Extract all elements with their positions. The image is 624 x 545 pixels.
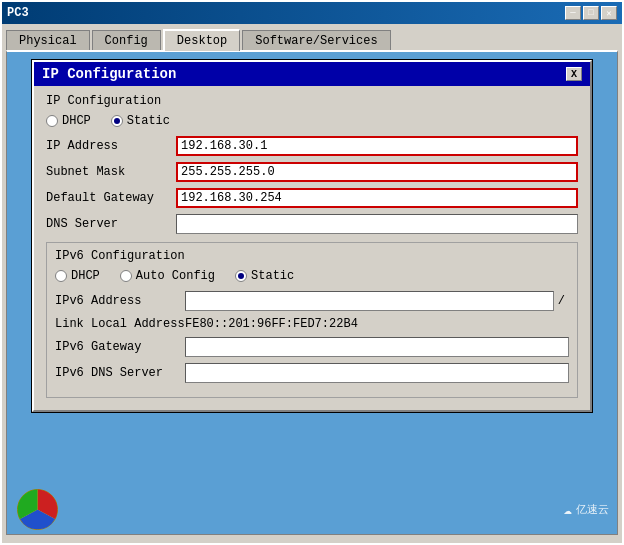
ipv6-static-radio-circle: [235, 270, 247, 282]
ipv6-section-label: IPv6 Configuration: [55, 249, 569, 263]
ip-config-section-label: IP Configuration: [46, 94, 578, 108]
ip-address-row: IP Address: [46, 136, 578, 156]
minimize-button[interactable]: ─: [565, 6, 581, 20]
ipv6-address-label: IPv6 Address: [55, 294, 185, 308]
ipv6-dns-input[interactable]: [185, 363, 569, 383]
subnet-mask-row: Subnet Mask: [46, 162, 578, 182]
ipv6-mode-row: DHCP Auto Config Static: [55, 269, 569, 283]
ipv6-gateway-label: IPv6 Gateway: [55, 340, 185, 354]
dns-server-input[interactable]: [176, 214, 578, 234]
ipv6-address-input[interactable]: [185, 291, 554, 311]
main-window: PC3 ─ □ ✕ Physical Config Desktop Softwa…: [0, 0, 624, 545]
ipv6-address-row: IPv6 Address /: [55, 291, 569, 311]
ipv6-dhcp-radio-circle: [55, 270, 67, 282]
dns-server-label: DNS Server: [46, 217, 176, 231]
close-button[interactable]: ✕: [601, 6, 617, 20]
window-controls: ─ □ ✕: [565, 6, 617, 20]
content-area: IP Configuration X IP Configuration DHCP…: [6, 50, 618, 535]
tab-software-services[interactable]: Software/Services: [242, 30, 390, 52]
brand-icon: ☁: [564, 501, 572, 518]
brand-text: 亿速云: [576, 502, 609, 517]
static-radio[interactable]: Static: [111, 114, 170, 128]
dialog-close-button[interactable]: X: [566, 67, 582, 81]
static-radio-circle: [111, 115, 123, 127]
subnet-mask-label: Subnet Mask: [46, 165, 176, 179]
brand-logo: ☁ 亿速云: [564, 501, 609, 518]
ip-address-label: IP Address: [46, 139, 176, 153]
bottom-bar: ☁ 亿速云: [7, 484, 617, 534]
ipv6-section: IPv6 Configuration DHCP Auto Config: [46, 242, 578, 398]
tab-desktop[interactable]: Desktop: [163, 29, 240, 51]
tab-config[interactable]: Config: [92, 30, 161, 52]
link-local-label: Link Local Address: [55, 317, 185, 331]
ipv6-gateway-row: IPv6 Gateway: [55, 337, 569, 357]
static-label: Static: [127, 114, 170, 128]
ipv6-slash: /: [554, 294, 569, 308]
default-gateway-label: Default Gateway: [46, 191, 176, 205]
maximize-button[interactable]: □: [583, 6, 599, 20]
dialog-title-bar: IP Configuration X: [34, 62, 590, 86]
pie-chart: [15, 487, 60, 532]
ipv6-static-radio[interactable]: Static: [235, 269, 294, 283]
link-local-value: FE80::201:96FF:FED7:22B4: [185, 317, 569, 331]
ipv6-dns-label: IPv6 DNS Server: [55, 366, 185, 380]
ipv6-auto-label: Auto Config: [136, 269, 215, 283]
dhcp-radio-circle: [46, 115, 58, 127]
title-bar: PC3 ─ □ ✕: [2, 2, 622, 24]
dns-server-row: DNS Server: [46, 214, 578, 234]
subnet-mask-input[interactable]: [176, 162, 578, 182]
dialog-body: IP Configuration DHCP Static IP Address: [34, 86, 590, 410]
ipv6-dns-row: IPv6 DNS Server: [55, 363, 569, 383]
window-title: PC3: [7, 6, 29, 20]
ip-mode-row: DHCP Static: [46, 114, 578, 128]
dhcp-label: DHCP: [62, 114, 91, 128]
dhcp-radio[interactable]: DHCP: [46, 114, 91, 128]
tab-bar: Physical Config Desktop Software/Service…: [2, 24, 622, 50]
ipv6-auto-radio-circle: [120, 270, 132, 282]
link-local-row: Link Local Address FE80::201:96FF:FED7:2…: [55, 317, 569, 331]
tab-physical[interactable]: Physical: [6, 30, 90, 52]
ipv6-gateway-input[interactable]: [185, 337, 569, 357]
ip-config-dialog: IP Configuration X IP Configuration DHCP…: [32, 60, 592, 412]
dialog-title: IP Configuration: [42, 66, 176, 82]
ipv6-dhcp-label: DHCP: [71, 269, 100, 283]
default-gateway-input[interactable]: [176, 188, 578, 208]
ipv6-auto-radio[interactable]: Auto Config: [120, 269, 215, 283]
ipv6-dhcp-radio[interactable]: DHCP: [55, 269, 100, 283]
default-gateway-row: Default Gateway: [46, 188, 578, 208]
ip-address-input[interactable]: [176, 136, 578, 156]
ipv6-static-label: Static: [251, 269, 294, 283]
